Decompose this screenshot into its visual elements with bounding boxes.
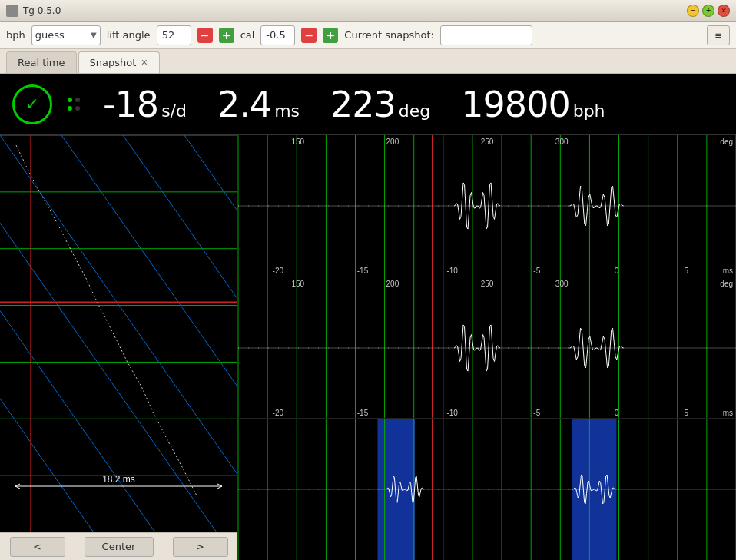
bph-label: bph (6, 29, 25, 41)
beat-metric: 2.4 ms (217, 87, 300, 122)
minimize-button[interactable]: − (687, 5, 699, 17)
angle-value: 223 (330, 87, 396, 122)
beat-unit: ms (274, 101, 300, 121)
cal-input[interactable]: -0.5 (260, 25, 295, 45)
dot-2 (75, 98, 80, 102)
cal-plus-button[interactable]: + (323, 28, 338, 43)
menu-button[interactable]: ≡ (707, 25, 730, 45)
charts-area: < Center > (0, 135, 736, 560)
lift-angle-plus-button[interactable]: + (219, 28, 234, 43)
dots-indicator (68, 98, 80, 111)
left-chart: < Center > (0, 135, 238, 560)
tab-realtime-label: Real time (18, 57, 65, 68)
metrics-bar: ✓ -18 s/d 2.4 ms 223 deg 19800 bph (0, 74, 736, 135)
toolbar: bph guess ▼ lift angle 52 − + cal -0.5 −… (0, 22, 736, 49)
center-button[interactable]: Center (85, 537, 154, 557)
prev-button[interactable]: < (10, 537, 65, 557)
close-button[interactable]: ✕ (718, 5, 730, 17)
title-bar: Tg 0.5.0 − + ✕ (0, 0, 736, 22)
bph-metric: 19800 bph (461, 87, 605, 122)
cal-value: -0.5 (266, 29, 285, 41)
dot-3 (68, 106, 72, 111)
lift-angle-input[interactable]: 52 (157, 25, 191, 45)
right-bot-chart-canvas (238, 419, 736, 560)
check-mark: ✓ (25, 94, 39, 114)
lift-angle-label: lift angle (107, 29, 151, 41)
current-snapshot-label: Current snapshot: (344, 29, 434, 41)
next-button[interactable]: > (173, 537, 228, 557)
tab-snapshot[interactable]: Snapshot ✕ (78, 51, 160, 73)
left-chart-canvas (0, 135, 237, 532)
right-chart-middle (238, 277, 736, 419)
tab-snapshot-label: Snapshot (90, 57, 137, 68)
beat-value: 2.4 (217, 87, 271, 122)
bph-combo[interactable]: guess ▼ (31, 25, 101, 45)
nav-bar: < Center > (0, 532, 237, 560)
cal-label: cal (240, 29, 255, 41)
angle-metric: 223 deg (330, 87, 430, 122)
rate-value: -18 (103, 87, 158, 122)
bph-dropdown-arrow: ▼ (91, 31, 97, 39)
bph-unit: bph (573, 101, 605, 121)
maximize-button[interactable]: + (702, 5, 714, 17)
dot-1 (68, 98, 72, 102)
menu-icon: ≡ (714, 30, 722, 41)
tabs-bar: Real time Snapshot ✕ (0, 49, 736, 74)
rate-unit: s/d (161, 101, 187, 121)
window-controls: − + ✕ (687, 5, 730, 17)
window-title: Tg 0.5.0 (23, 5, 687, 16)
bph-value-metric: 19800 (461, 87, 569, 122)
dot-4 (75, 106, 80, 111)
main-content: ✓ -18 s/d 2.4 ms 223 deg 19800 bph (0, 74, 736, 560)
tab-snapshot-close[interactable]: ✕ (141, 58, 148, 68)
cal-minus-button[interactable]: − (301, 28, 317, 43)
right-charts (238, 135, 736, 560)
right-chart-top (238, 135, 736, 277)
app-icon (6, 5, 18, 17)
angle-unit: deg (399, 101, 430, 121)
status-icon: ✓ (12, 84, 52, 124)
current-snapshot-input[interactable] (440, 25, 532, 45)
lift-angle-value: 52 (162, 29, 175, 41)
rate-metric: -18 s/d (103, 87, 187, 122)
lift-angle-minus-button[interactable]: − (197, 28, 213, 43)
right-mid-chart-canvas (238, 277, 736, 419)
tab-realtime[interactable]: Real time (6, 51, 77, 73)
right-top-chart-canvas (238, 135, 736, 277)
right-chart-bottom (238, 419, 736, 560)
bph-value: guess (35, 29, 88, 41)
